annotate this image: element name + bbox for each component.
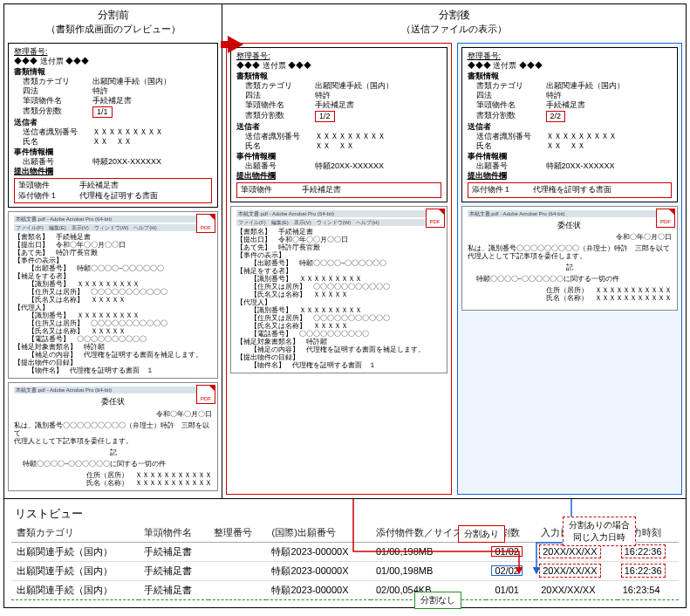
pdf-line: 【提出物件の目録】 xyxy=(236,353,441,361)
before-subtitle: （書類作成画面のプレビュー） xyxy=(4,23,222,36)
after-subtitle: （送信ファイルの表示） xyxy=(222,23,686,36)
bottom-area: 分割あり 分割ありの場合 同じ入力日時 リストビュー 書類カテゴリ 筆頭物件名 … xyxy=(4,499,686,607)
split-count-after1: 1/2 xyxy=(315,111,335,122)
callout-split-yes: 分割あり xyxy=(458,525,505,543)
after-title: 分割後 xyxy=(222,8,686,23)
callout-same-datetime: 分割ありの場合 同じ入力日時 xyxy=(563,517,636,546)
pdf-line: 【代理人】 xyxy=(14,304,212,311)
submitted-items-box-after2: 添付物件１代理権を証明する書面 xyxy=(468,182,673,197)
after-column: 分割後 （送信ファイルの表示） 整理番号: ◆◆◆ 送付票 ◆◆◆ 書類情報 書… xyxy=(222,4,686,498)
pdf-line: 【電話番号】 〇〇〇〇〇〇〇〇〇〇 xyxy=(14,335,212,343)
pdf-line: 【補足の内容】 代理権を証明する書面を補足します。 xyxy=(14,351,212,359)
top-row: 分割前 （書類作成画面のプレビュー） 整理番号: ◆◆◆ 送付票 ◆◆◆ 書類情… xyxy=(4,4,686,499)
pdf-icon: PDF xyxy=(196,385,215,404)
pdf-icon: PDF xyxy=(196,214,215,233)
col-category: 書類カテゴリ xyxy=(11,524,139,543)
col-serial: 整理番号 xyxy=(208,524,267,543)
after-header: 分割後 （送信ファイルの表示） xyxy=(222,4,686,39)
pdf-line: 【識別番号】 ＸＸＸＸＸＸＸＸＸ xyxy=(14,280,212,288)
pdf-line: 【提出日】 令和〇年〇〇月〇〇日 xyxy=(236,236,441,243)
pdf-icon: PDF xyxy=(426,209,445,228)
pdf-line: 【氏名又は名称】 ＸＸＸＸＸ xyxy=(14,327,212,335)
pdf-line: 【書類名】 手続補足書 xyxy=(236,228,441,236)
date-cell: 20XX/XX/XX xyxy=(541,565,598,576)
split-cell: 01/02 xyxy=(491,546,523,557)
pdf-line: 【氏名又は名称】 ＸＸＸＸＸ xyxy=(236,291,441,298)
pdf-line: 【補足をする者】 xyxy=(236,267,441,275)
pdf-line: 【識別番号】 ＸＸＸＸＸＸＸＸＸ xyxy=(236,275,441,283)
before-header: 分割前 （書類作成画面のプレビュー） xyxy=(4,4,222,39)
pdf-line: 【物件名】 代理権を証明する書面 １ xyxy=(14,366,212,374)
pdf-poa-doc-before: PDF 本紙文書.pdf - Adobe Acrobat Pro (64-bit… xyxy=(8,382,218,491)
pdf-line: 【物件名】 代理権を証明する書面 １ xyxy=(236,361,441,369)
col-app: (国際)出願番号 xyxy=(266,524,370,543)
time-cell: 16:22:36 xyxy=(623,546,664,557)
pdf-line: 【あて先】 特許庁長官殿 xyxy=(14,249,212,257)
col-head: 筆頭物件名 xyxy=(139,524,208,543)
cover-sheet-after1: 整理番号: ◆◆◆ 送付票 ◆◆◆ 書類情報 書類カテゴリ出願関連手続（国内） … xyxy=(230,47,447,202)
arrow-right-icon xyxy=(228,36,243,53)
pdf1-lines: 【書類名】 手続補足書【提出日】 令和〇年〇〇月〇〇日【あて先】 特許庁長官殿【… xyxy=(236,228,441,369)
pdf-line: 【事件の表示】 xyxy=(236,251,441,259)
split-count-before: 1/1 xyxy=(92,106,113,118)
pdf-line: 【住所又は居所】 〇〇〇〇〇〇〇〇〇〇〇 xyxy=(14,288,212,296)
after-panel-1: 整理番号: ◆◆◆ 送付票 ◆◆◆ 書類情報 書類カテゴリ出願関連手続（国内） … xyxy=(226,43,452,495)
pdf-line: 【氏名又は名称】 ＸＸＸＸＸ xyxy=(14,296,212,304)
pdf-line: 【補足をする者】 xyxy=(14,272,212,280)
callout-split-no: 分割なし xyxy=(414,592,461,609)
pdf-line: 【補足対象書類名】 特許願 xyxy=(14,343,212,351)
pdf-line: 【補足対象書類名】 特許願 xyxy=(236,338,441,346)
pdf-line: 【あて先】 特許庁長官殿 xyxy=(236,243,441,251)
cover-sheet-after2: 整理番号: ◆◆◆ 送付票 ◆◆◆ 書類情報 書類カテゴリ出願関連手続（国内） … xyxy=(461,47,679,202)
pdf-line: 【電話番号】 〇〇〇〇〇〇〇〇〇〇 xyxy=(236,330,441,338)
pdf-main-doc-before: PDF 本紙文書.pdf - Adobe Acrobat Pro (64-bit… xyxy=(8,211,218,379)
pdf-poa-doc-after2: PDF 本紙文書.pdf - Adobe Acrobat Pro (64-bit… xyxy=(461,206,679,311)
pdf-line: 【出願番号】 特願〇〇〇〇−〇〇〇〇〇〇 xyxy=(236,259,441,267)
date-cell: 20XX/XX/XX xyxy=(541,546,598,557)
submitted-items-box-before: 筆頭物件手続補足書 添付物件１代理権を証明する書面 xyxy=(14,178,212,203)
pdf-line: 【代理人】 xyxy=(236,298,441,306)
pdf-line: 【氏名又は名称】 ＸＸＸＸＸ xyxy=(236,322,441,330)
table-row[interactable]: 出願関連手続（国内）手続補足書特願2023-00000X01/00,198MB0… xyxy=(11,561,679,580)
split-count-after2: 2/2 xyxy=(546,111,566,122)
pdf-line: 【提出物件の目録】 xyxy=(14,359,212,366)
pdf-main-doc-after1: PDF 本紙文書.pdf - Adobe Acrobat Pro (64-bit… xyxy=(230,206,447,373)
before-title: 分割前 xyxy=(4,8,222,23)
submitted-items-box-after1: 筆頭物件手続補足書 xyxy=(236,182,441,197)
pdf-line: 【識別番号】 ＸＸＸＸＸＸＸＸＸ xyxy=(14,311,212,319)
after-panel-2: 整理番号: ◆◆◆ 送付票 ◆◆◆ 書類情報 書類カテゴリ出願関連手続（国内） … xyxy=(457,43,683,495)
pdf1-lines: 【書類名】 手続補足書【提出日】 令和〇年〇〇月〇〇日【あて先】 特許庁長官殿【… xyxy=(14,233,212,374)
pdf-line: 【事件の表示】 xyxy=(14,257,212,264)
cover-sheet-before: 整理番号: ◆◆◆ 送付票 ◆◆◆ 書類情報 書類カテゴリ出願関連手続（国内） … xyxy=(8,43,218,208)
diagram-frame: 分割前 （書類作成画面のプレビュー） 整理番号: ◆◆◆ 送付票 ◆◆◆ 書類情… xyxy=(3,3,687,608)
before-column: 分割前 （書類作成画面のプレビュー） 整理番号: ◆◆◆ 送付票 ◆◆◆ 書類情… xyxy=(4,4,222,498)
pdf-line: 【補足の内容】 代理権を証明する書面を補足します。 xyxy=(236,346,441,353)
pdf-line: 【住所又は居所】 〇〇〇〇〇〇〇〇〇〇〇 xyxy=(236,314,441,322)
pdf-icon: PDF xyxy=(656,209,675,228)
pdf-line: 【識別番号】 ＸＸＸＸＸＸＸＸＸ xyxy=(236,306,441,314)
pdf-line: 【提出日】 令和〇年〇〇月〇〇日 xyxy=(14,241,212,249)
serial-label: 整理番号: xyxy=(14,47,48,56)
split-cell: 02/02 xyxy=(491,565,523,576)
pdf-line: 【住所又は居所】 〇〇〇〇〇〇〇〇〇〇〇 xyxy=(14,319,212,327)
split-cell: 01/01 xyxy=(491,585,523,595)
pdf-line: 【住所又は居所】 〇〇〇〇〇〇〇〇〇〇〇 xyxy=(236,283,441,291)
table-row[interactable]: 出願関連手続（国内）手続補足書特願2023-00000X02/00,054KB0… xyxy=(11,580,679,599)
time-cell: 16:22:36 xyxy=(623,565,664,576)
pdf-line: 【書類名】 手続補足書 xyxy=(14,233,212,241)
pdf-line: 【出願番号】 特願〇〇〇〇−〇〇〇〇〇〇 xyxy=(14,264,212,272)
